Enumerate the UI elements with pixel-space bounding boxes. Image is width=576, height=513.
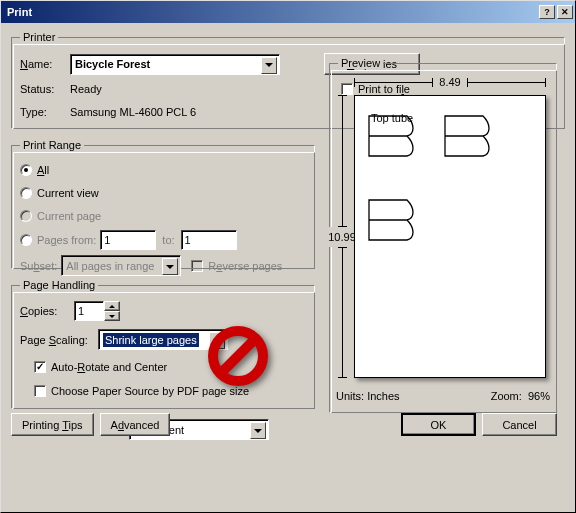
- reverse-pages-checkbox: [191, 260, 203, 272]
- preview-group: Preview 8.49 10.99 Top tube: [329, 57, 557, 413]
- auto-rotate-label: Auto-Rotate and Center: [51, 361, 167, 373]
- status-label: Status:: [20, 83, 70, 95]
- page-handling-group: Page Handling Copies: Page Scaling: Shri…: [11, 279, 315, 409]
- print-range-legend: Print Range: [20, 139, 84, 151]
- scaling-value: Shrink large pages: [103, 333, 199, 347]
- prohibition-icon: [207, 325, 269, 387]
- preview-width-dimension: 8.49: [354, 75, 546, 89]
- range-from-input[interactable]: [100, 230, 156, 250]
- range-current-view-radio[interactable]: [20, 187, 32, 199]
- print-range-group: Print Range All Current view Current pag…: [11, 139, 315, 269]
- range-all-radio[interactable]: [20, 164, 32, 176]
- cancel-button[interactable]: Cancel: [482, 413, 557, 436]
- dropdown-arrow-icon[interactable]: [261, 57, 277, 74]
- range-current-view-label: Current view: [37, 187, 99, 199]
- auto-rotate-checkbox[interactable]: [34, 361, 46, 373]
- print-dialog: Print ? ✕ Printer Name: Bicycle Forest P…: [0, 0, 576, 513]
- range-current-page-label: Current page: [37, 210, 101, 222]
- ok-button[interactable]: OK: [401, 413, 476, 436]
- advanced-button[interactable]: Advanced: [100, 413, 171, 436]
- preview-legend: Preview: [338, 57, 383, 69]
- copies-spinner[interactable]: [104, 301, 120, 321]
- preview-footer: Units: Inches Zoom: 96%: [336, 390, 550, 402]
- preview-shape: Top tube: [367, 114, 423, 174]
- help-button[interactable]: ?: [539, 5, 555, 19]
- svg-line-2: [221, 339, 255, 373]
- printer-name-value: Bicycle Forest: [75, 58, 150, 70]
- paper-source-checkbox[interactable]: [34, 385, 46, 397]
- window-title: Print: [3, 6, 537, 18]
- range-all-label: All: [37, 164, 49, 176]
- close-button[interactable]: ✕: [557, 5, 573, 19]
- reverse-pages-label: Reverse pages: [208, 260, 282, 272]
- range-current-page-radio: [20, 210, 32, 222]
- copies-input[interactable]: [74, 301, 104, 321]
- range-pages-radio[interactable]: [20, 234, 32, 246]
- range-to-label: to:: [162, 234, 174, 246]
- name-label: Name:: [20, 58, 70, 70]
- preview-shape: [367, 198, 423, 258]
- page-handling-legend: Page Handling: [20, 279, 98, 291]
- range-pages-label: Pages from:: [37, 234, 96, 246]
- scaling-label: Page Scaling:: [20, 334, 98, 346]
- preview-page: Top tube: [354, 95, 546, 378]
- subset-label: Subset:: [20, 260, 57, 272]
- preview-height-dimension: 10.99: [334, 95, 350, 378]
- status-value: Ready: [70, 83, 102, 95]
- printer-name-dropdown[interactable]: Bicycle Forest: [70, 54, 280, 75]
- printing-tips-button[interactable]: Printing Tips: [11, 413, 94, 436]
- svg-text:Top tube: Top tube: [371, 114, 413, 124]
- copies-label: Copies:: [20, 305, 74, 317]
- printer-legend: Printer: [20, 31, 58, 43]
- range-to-input[interactable]: [181, 230, 237, 250]
- type-value: Samsung ML-4600 PCL 6: [70, 106, 196, 118]
- type-label: Type:: [20, 106, 70, 118]
- preview-shape: [443, 114, 499, 174]
- titlebar: Print ? ✕: [1, 1, 575, 23]
- dropdown-arrow-icon: [162, 258, 178, 275]
- subset-dropdown: All pages in range: [61, 255, 181, 276]
